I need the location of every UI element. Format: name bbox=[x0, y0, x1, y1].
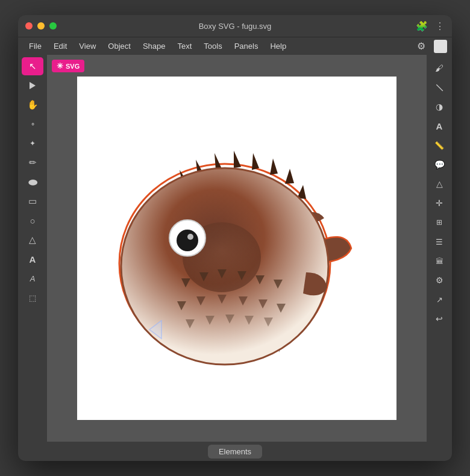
svg-marker-7 bbox=[285, 169, 294, 184]
svg-marker-5 bbox=[252, 153, 259, 170]
tool-pencil[interactable]: ✏ bbox=[22, 154, 43, 172]
puzzle-icon[interactable]: 🧩 bbox=[416, 20, 428, 32]
menu-file[interactable]: File bbox=[23, 40, 48, 52]
minimize-button[interactable] bbox=[37, 22, 45, 30]
tool-node-edit[interactable]: ✦ bbox=[22, 134, 43, 152]
rt-layers[interactable]: ⊞ bbox=[430, 214, 449, 231]
canvas-white bbox=[77, 77, 396, 420]
more-icon[interactable]: ⋮ bbox=[435, 20, 445, 32]
settings-icon[interactable]: ⚙ bbox=[413, 39, 429, 53]
tool-triangle[interactable]: △ bbox=[22, 231, 43, 249]
rt-settings[interactable]: ⚙ bbox=[430, 272, 449, 289]
menu-edit[interactable]: Edit bbox=[48, 40, 73, 52]
elements-button[interactable]: Elements bbox=[208, 445, 262, 459]
color-swatch[interactable] bbox=[434, 40, 447, 53]
rt-ruler[interactable]: 📏 bbox=[430, 137, 449, 154]
menu-tools[interactable]: Tools bbox=[198, 40, 228, 52]
menubar: File Edit View Object Shape Text Tools P… bbox=[18, 37, 452, 55]
tool-select[interactable]: ↖ bbox=[22, 57, 43, 75]
rt-library[interactable]: 🏛 bbox=[430, 252, 449, 269]
tool-blob[interactable]: ⬬ bbox=[22, 173, 43, 191]
svg-badge: ✳ SVG bbox=[52, 60, 84, 72]
tool-frame[interactable]: ⬚ bbox=[22, 289, 43, 307]
rt-paint[interactable]: 🖌 bbox=[430, 60, 449, 77]
rt-line[interactable]: | bbox=[427, 75, 452, 100]
main-area: ↖ ✋ ⚬ ✦ ✏ ⬬ ▭ ○ △ A A ⬚ ✳ SVG bbox=[18, 55, 452, 442]
rt-undo[interactable]: ↩ bbox=[430, 310, 449, 327]
rt-list[interactable]: ☰ bbox=[430, 233, 449, 250]
titlebar-actions: 🧩 ⋮ bbox=[416, 20, 445, 32]
bottom-bar: Elements bbox=[18, 442, 452, 461]
fish-illustration bbox=[92, 101, 381, 396]
rt-comment[interactable]: 💬 bbox=[430, 156, 449, 173]
tool-rectangle[interactable]: ▭ bbox=[22, 192, 43, 210]
window-title: Boxy SVG - fugu.svg bbox=[199, 22, 272, 31]
traffic-lights bbox=[25, 22, 57, 30]
canvas-area[interactable]: ✳ SVG bbox=[47, 55, 427, 442]
tool-circle[interactable]: ○ bbox=[22, 211, 43, 230]
titlebar: Boxy SVG - fugu.svg 🧩 ⋮ bbox=[18, 15, 452, 37]
menu-help[interactable]: Help bbox=[264, 40, 292, 52]
tool-text-flow[interactable]: A bbox=[22, 269, 43, 287]
menu-panels[interactable]: Panels bbox=[228, 40, 265, 52]
tool-zoom[interactable]: ⚬ bbox=[22, 115, 43, 133]
rt-text-style[interactable]: A bbox=[430, 117, 449, 134]
rt-triangle[interactable]: △ bbox=[430, 175, 449, 192]
tool-node[interactable] bbox=[22, 77, 43, 95]
menubar-right: ⚙ bbox=[413, 39, 447, 53]
maximize-button[interactable] bbox=[49, 22, 57, 30]
tool-text[interactable]: A bbox=[22, 250, 43, 268]
menu-object[interactable]: Object bbox=[102, 40, 137, 52]
svg-marker-4 bbox=[234, 151, 241, 168]
rt-move[interactable]: ✛ bbox=[430, 195, 449, 211]
svg-point-36 bbox=[187, 234, 193, 240]
svg-marker-6 bbox=[270, 158, 278, 175]
rt-export[interactable]: ↗ bbox=[430, 291, 449, 308]
menu-view[interactable]: View bbox=[73, 40, 102, 52]
svg-point-35 bbox=[177, 230, 198, 251]
tool-pan[interactable]: ✋ bbox=[22, 96, 43, 114]
menu-shape[interactable]: Shape bbox=[137, 40, 172, 52]
menu-text[interactable]: Text bbox=[171, 40, 198, 52]
app-window: Boxy SVG - fugu.svg 🧩 ⋮ File Edit View O… bbox=[18, 15, 452, 461]
close-button[interactable] bbox=[25, 22, 33, 30]
right-toolbar: 🖌 | ◑ A 📏 💬 △ ✛ ⊞ ☰ 🏛 ⚙ ↗ ↩ bbox=[427, 55, 452, 442]
rt-contrast[interactable]: ◑ bbox=[430, 98, 449, 115]
left-toolbar: ↖ ✋ ⚬ ✦ ✏ ⬬ ▭ ○ △ A A ⬚ bbox=[18, 55, 47, 442]
